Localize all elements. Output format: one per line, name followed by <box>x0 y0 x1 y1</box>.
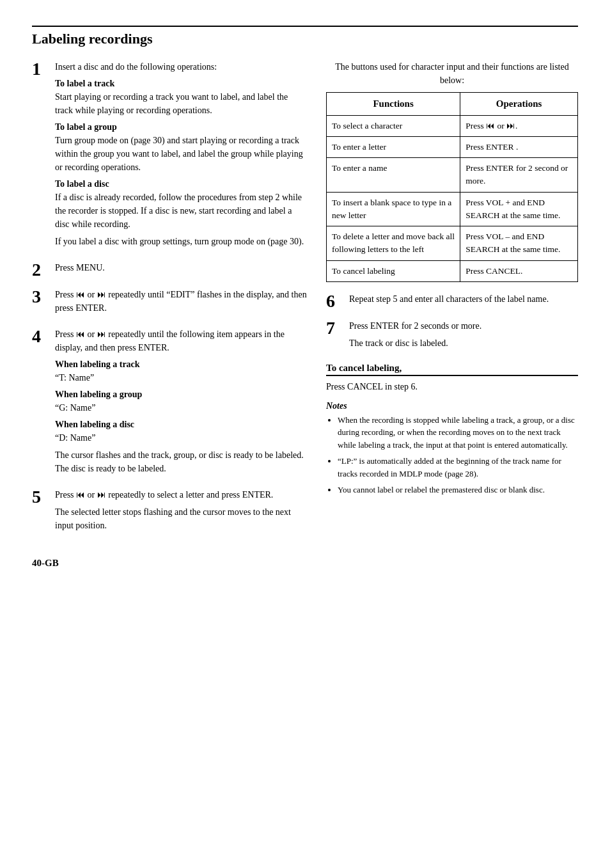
right-intro: The buttons used for character input and… <box>326 60 578 87</box>
page-footer: 40-GB <box>32 545 578 569</box>
table-cell-op-5: Press CANCEL. <box>460 260 578 281</box>
notes-section: Notes When the recording is stopped whil… <box>326 401 578 496</box>
step-7-text: Press ENTER for 2 seconds or more. <box>349 319 578 333</box>
step-2-number: 2 <box>32 261 50 279</box>
step-1-sub3-text1: If a disc is already recorded, follow th… <box>55 191 307 231</box>
step-4-sub3-val: “D: Name” <box>55 431 307 445</box>
notes-list: When the recording is stopped while labe… <box>326 414 578 496</box>
table-row-3: To insert a blank space to type in a new… <box>327 192 578 226</box>
step-5-text: Press ⏮ or ⏭ repeatedly to select a lett… <box>55 488 307 501</box>
step-3-text: Press ⏮ or ⏭ repeatedly until “EDIT” fla… <box>55 288 307 315</box>
step-5-block: 5 Press ⏮ or ⏭ repeatedly to select a le… <box>32 488 307 536</box>
step-1-sub1-text: Start playing or recording a track you w… <box>55 90 307 117</box>
step-4-sub3-title: When labeling a disc <box>55 420 307 430</box>
right-column: The buttons used for character input and… <box>326 60 578 545</box>
cancel-section: To cancel labeling, Press CANCEL in step… <box>326 363 578 393</box>
table-cell-func-2: To enter a name <box>327 158 460 193</box>
step-4-text: Press ⏮ or ⏭ repeatedly until the follow… <box>55 327 307 354</box>
table-header-functions: Functions <box>327 93 460 116</box>
table-row-1: To enter a letterPress ENTER . <box>327 136 578 157</box>
step-4-sub2-val: “G: Name” <box>55 401 307 414</box>
left-column: 1 Insert a disc and do the following ope… <box>32 60 307 545</box>
step-3-content: Press ⏮ or ⏭ repeatedly until “EDIT” fla… <box>55 288 307 319</box>
step-4-sub3-text: The cursor flashes and the track, group,… <box>55 448 307 475</box>
cancel-title: To cancel labeling, <box>326 363 578 376</box>
table-row-0: To select a characterPress ⏮ or ⏭. <box>327 115 578 136</box>
step-5-content: Press ⏮ or ⏭ repeatedly to select a lett… <box>55 488 307 536</box>
step-7-content: Press ENTER for 2 seconds or more. The t… <box>349 319 578 354</box>
step-4-number: 4 <box>32 327 50 345</box>
table-cell-op-4: Press VOL – and END SEARCH at the same t… <box>460 226 578 261</box>
step-1-intro: Insert a disc and do the following opera… <box>55 60 307 74</box>
cancel-text: Press CANCEL in step 6. <box>326 380 578 393</box>
step-7-text2: The track or disc is labeled. <box>349 336 578 350</box>
note-item-1: “LP:” is automatically added at the begi… <box>338 455 578 480</box>
step-1-sub3-title: To label a disc <box>55 179 307 189</box>
step-2-block: 2 Press MENU. <box>32 261 307 279</box>
table-row-5: To cancel labelingPress CANCEL. <box>327 260 578 281</box>
step-1-sub2-text: Turn group mode on (page 30) and start p… <box>55 134 307 174</box>
table-cell-op-1: Press ENTER . <box>460 136 578 157</box>
step-1-number: 1 <box>32 60 50 78</box>
step-1-content: Insert a disc and do the following opera… <box>55 60 307 252</box>
step-2-text: Press MENU. <box>55 261 307 274</box>
table-row-2: To enter a namePress ENTER for 2 second … <box>327 158 578 193</box>
character-table: Functions Operations To select a charact… <box>326 92 578 282</box>
two-column-layout: 1 Insert a disc and do the following ope… <box>32 60 578 545</box>
note-item-2: You cannot label or relabel the premaste… <box>338 484 578 496</box>
step-4-content: Press ⏮ or ⏭ repeatedly until the follow… <box>55 327 307 479</box>
step-1-sub3-text2: If you label a disc with group settings,… <box>55 235 307 248</box>
page-header: Labeling recordings <box>32 26 578 47</box>
table-row-4: To delete a letter and move back all fol… <box>327 226 578 261</box>
step-7-block: 7 Press ENTER for 2 seconds or more. The… <box>326 319 578 354</box>
page-container: Labeling recordings 1 Insert a disc and … <box>32 26 578 569</box>
step-4-sub1-val: “T: Name” <box>55 371 307 384</box>
step-3-number: 3 <box>32 288 50 306</box>
table-header-operations: Operations <box>460 93 578 116</box>
table-cell-func-5: To cancel labeling <box>327 260 460 281</box>
step-2-content: Press MENU. <box>55 261 307 278</box>
step-3-block: 3 Press ⏮ or ⏭ repeatedly until “EDIT” f… <box>32 288 307 319</box>
step-6-block: 6 Repeat step 5 and enter all characters… <box>326 292 578 310</box>
step-6-content: Repeat step 5 and enter all characters o… <box>349 292 578 310</box>
table-cell-op-2: Press ENTER for 2 second or more. <box>460 158 578 193</box>
table-cell-func-1: To enter a letter <box>327 136 460 157</box>
step-5-number: 5 <box>32 488 50 506</box>
table-cell-func-0: To select a character <box>327 115 460 136</box>
step-1-sub1-title: To label a track <box>55 79 307 89</box>
page-title: Labeling recordings <box>32 27 578 47</box>
notes-title: Notes <box>326 401 578 411</box>
step-6-text: Repeat step 5 and enter all characters o… <box>349 292 578 306</box>
note-item-0: When the recording is stopped while labe… <box>338 414 578 452</box>
step-1-block: 1 Insert a disc and do the following ope… <box>32 60 307 252</box>
table-cell-func-3: To insert a blank space to type in a new… <box>327 192 460 226</box>
table-cell-op-3: Press VOL + and END SEARCH at the same t… <box>460 192 578 226</box>
step-7-number: 7 <box>326 319 344 337</box>
step-4-block: 4 Press ⏮ or ⏭ repeatedly until the foll… <box>32 327 307 479</box>
table-cell-op-0: Press ⏮ or ⏭. <box>460 115 578 136</box>
step-1-sub2-title: To label a group <box>55 122 307 132</box>
table-cell-func-4: To delete a letter and move back all fol… <box>327 226 460 261</box>
step-6-number: 6 <box>326 292 344 310</box>
step-5-text2: The selected letter stops flashing and t… <box>55 505 307 532</box>
step-4-sub1-title: When labeling a track <box>55 359 307 370</box>
step-4-sub2-title: When labeling a group <box>55 390 307 400</box>
